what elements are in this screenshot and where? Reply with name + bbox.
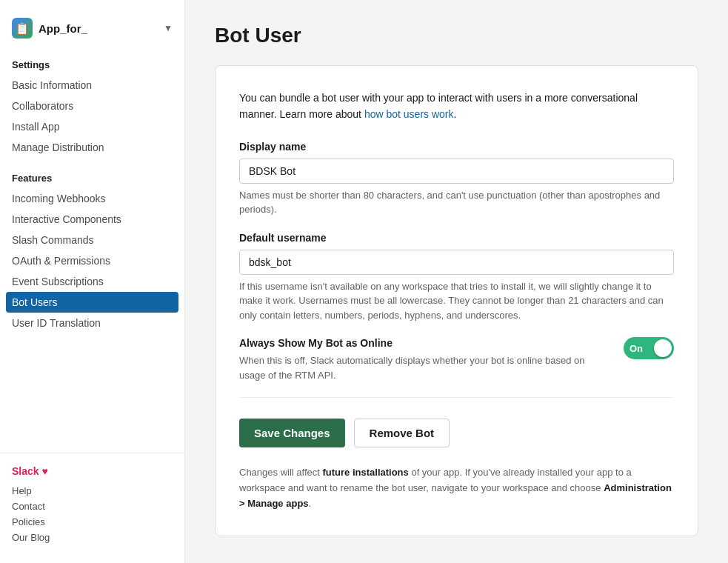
app-selector[interactable]: 📋 App_for_ ▼ [0,12,184,53]
page-title: Bot User [215,24,698,47]
intro-suffix: . [454,108,457,120]
contact-link[interactable]: Contact [12,499,173,514]
main-content: Bot User You can bundle a bot user with … [185,0,728,563]
sidebar-item-label: Manage Distribution [12,141,104,153]
toggle-title: Always Show My Bot as Online [239,337,609,349]
toggle-knob [654,339,672,357]
display-name-group: Display name Names must be shorter than … [239,141,674,217]
footer-note-prefix: Changes will affect [239,467,323,478]
sidebar-item-incoming-webhooks[interactable]: Incoming Webhooks [0,188,184,209]
default-username-group: Default username If this username isn't … [239,232,674,323]
sidebar-item-label: Incoming Webhooks [12,193,106,204]
footer-note-bold1: future installations [323,467,409,478]
settings-section-label: Settings [0,53,184,75]
button-row: Save Changes Remove Bot [239,419,674,447]
toggle-track[interactable]: On [624,337,674,359]
sidebar-item-interactive-components[interactable]: Interactive Components [0,209,184,230]
sidebar-item-label: Event Subscriptions [12,276,104,287]
sidebar-item-label: User ID Translation [12,317,101,329]
remove-bot-button[interactable]: Remove Bot [354,419,450,447]
footer-note-suffix: . [309,498,312,509]
sidebar-item-label: Bot Users [12,296,57,308]
slack-brand-link[interactable]: Slack ♥ [12,465,48,477]
sidebar-footer: Slack ♥ Help Contact Policies Our Blog [0,453,184,551]
display-name-label: Display name [239,141,674,153]
sidebar: 📋 App_for_ ▼ Settings Basic Information … [0,0,185,563]
toggle-description: When this is off, Slack automatically di… [239,353,609,382]
display-name-hint: Names must be shorter than 80 characters… [239,188,674,217]
sidebar-item-label: Basic Information [12,79,92,91]
sidebar-item-label: OAuth & Permissions [12,255,110,267]
card-intro: You can bundle a bot user with your app … [239,90,674,123]
card-footer-note: Changes will affect future installations… [239,465,674,511]
policies-link[interactable]: Policies [12,514,173,530]
our-blog-link[interactable]: Our Blog [12,530,173,545]
default-username-hint: If this username isn't available on any … [239,279,674,323]
app-name: App_for_ [39,22,158,35]
sidebar-item-label: Slash Commands [12,234,94,246]
help-link[interactable]: Help [12,483,173,499]
sidebar-item-label: Install App [12,121,60,133]
sidebar-item-slash-commands[interactable]: Slash Commands [0,230,184,250]
slack-heart-icon: ♥ [41,465,47,477]
toggle-text-block: Always Show My Bot as Online When this i… [239,337,609,382]
sidebar-item-manage-distribution[interactable]: Manage Distribution [0,137,184,158]
default-username-input[interactable] [239,250,674,275]
sidebar-item-event-subscriptions[interactable]: Event Subscriptions [0,271,184,292]
save-changes-button[interactable]: Save Changes [239,419,345,447]
sidebar-item-label: Collaborators [12,100,73,112]
sidebar-item-install-app[interactable]: Install App [0,116,184,137]
slack-brand-text: Slack [12,465,39,477]
sidebar-item-label: Interactive Components [12,213,121,225]
bot-user-card: You can bundle a bot user with your app … [215,65,698,536]
always-online-toggle-row: Always Show My Bot as Online When this i… [239,337,674,398]
chevron-down-icon: ▼ [164,23,173,33]
intro-link[interactable]: how bot users work [364,108,454,120]
sidebar-item-user-id-translation[interactable]: User ID Translation [0,313,184,333]
sidebar-item-basic-information[interactable]: Basic Information [0,75,184,96]
always-online-toggle[interactable]: On [624,337,674,359]
sidebar-item-collaborators[interactable]: Collaborators [0,96,184,116]
toggle-on-label: On [630,343,643,354]
app-icon: 📋 [12,18,33,39]
sidebar-item-bot-users[interactable]: Bot Users [6,292,178,313]
sidebar-item-oauth-permissions[interactable]: OAuth & Permissions [0,250,184,271]
default-username-label: Default username [239,232,674,244]
features-section-label: Features [0,167,184,188]
display-name-input[interactable] [239,159,674,184]
